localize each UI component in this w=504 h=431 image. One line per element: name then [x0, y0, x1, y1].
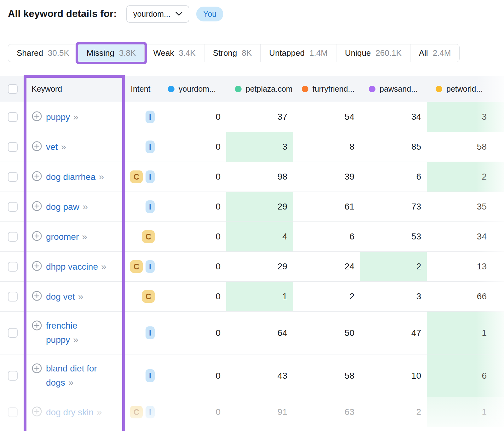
tab-strong[interactable]: Strong8K	[204, 44, 261, 62]
intent-cell: CI	[124, 397, 159, 427]
keyword-link[interactable]: dog paw»	[46, 199, 87, 214]
position-value-cell: 1	[226, 282, 293, 311]
tab-shared[interactable]: Shared30.5K	[8, 44, 78, 62]
keyword-link[interactable]: dog vet»	[46, 289, 83, 304]
add-keyword-icon[interactable]	[32, 111, 42, 123]
column-header-furryfriend[interactable]: furryfriend...	[293, 76, 360, 102]
keyword-link[interactable]: frenchie puppy»	[46, 319, 111, 347]
row-checkbox[interactable]	[8, 328, 18, 338]
tab-count: 2.4M	[433, 48, 451, 58]
keyword-cell: dog diarrhea»	[25, 162, 124, 192]
intent-cell: C	[124, 222, 159, 251]
select-all-checkbox[interactable]	[8, 84, 18, 94]
intent-badge-c: C	[130, 260, 143, 273]
intent-cell: CI	[124, 252, 159, 281]
row-checkbox[interactable]	[8, 262, 18, 272]
open-keyword-icon[interactable]: »	[83, 201, 87, 212]
row-checkbox[interactable]	[8, 142, 18, 152]
keyword-link[interactable]: groomer»	[46, 229, 87, 244]
position-value-cell: 6	[360, 162, 427, 192]
domain-selector-dropdown[interactable]: yourdom...	[126, 5, 189, 23]
domain-label: petworld...	[446, 84, 483, 94]
column-header-yourdom[interactable]: yourdom...	[159, 76, 226, 102]
row-checkbox[interactable]	[8, 112, 18, 122]
open-keyword-icon[interactable]: »	[73, 334, 78, 345]
tab-weak[interactable]: Weak3.4K	[145, 44, 204, 62]
row-checkbox[interactable]	[8, 407, 18, 417]
add-keyword-icon[interactable]	[32, 320, 42, 332]
domain-label: furryfriend...	[312, 84, 354, 94]
column-header-petplazacom[interactable]: petplaza.com	[226, 76, 293, 102]
keyword-link[interactable]: dog diarrhea»	[46, 170, 103, 184]
add-keyword-icon[interactable]	[32, 290, 42, 302]
table-row: groomer»C0465334	[0, 221, 504, 251]
row-checkbox-cell	[0, 162, 25, 192]
intent-badge-c: C	[142, 230, 155, 243]
add-keyword-icon[interactable]	[32, 201, 42, 213]
position-value-cell: 34	[427, 222, 504, 251]
table-header-row: Keyword Intent yourdom...petplaza.comfur…	[0, 76, 504, 102]
tab-label: All	[419, 48, 428, 58]
position-value-cell: 0	[159, 222, 226, 251]
keyword-cell: groomer»	[25, 222, 124, 251]
open-keyword-icon[interactable]: »	[61, 141, 66, 152]
keyword-flex: frenchie puppy»	[32, 319, 111, 347]
tab-all[interactable]: All2.4M	[410, 44, 460, 62]
keyword-link[interactable]: dog dry skin»	[46, 405, 101, 420]
position-value-cell: 13	[427, 252, 504, 281]
row-checkbox[interactable]	[8, 292, 18, 302]
add-keyword-icon[interactable]	[32, 261, 42, 273]
position-value-cell: 0	[159, 312, 226, 354]
row-checkbox[interactable]	[8, 202, 18, 212]
tab-unique[interactable]: Unique260.1K	[336, 44, 410, 62]
tab-untapped[interactable]: Untapped1.4M	[261, 44, 336, 62]
tab-count: 3.4K	[179, 48, 196, 58]
keyword-link[interactable]: vet»	[46, 140, 66, 154]
keyword-flex: dog dry skin»	[32, 405, 101, 420]
keyword-column-header[interactable]: Keyword	[25, 76, 124, 102]
open-keyword-icon[interactable]: »	[82, 231, 87, 242]
tab-bar: Shared30.5KMissing3.8KWeak3.4KStrong8KUn…	[8, 44, 460, 62]
position-value-cell: 37	[226, 102, 293, 132]
tab-label: Missing	[87, 48, 114, 58]
add-keyword-icon[interactable]	[32, 171, 42, 183]
column-header-pawsand[interactable]: pawsand...	[360, 76, 427, 102]
open-keyword-icon[interactable]: »	[73, 112, 78, 122]
domain-dot-icon	[369, 86, 375, 92]
keyword-flex: groomer»	[32, 229, 87, 244]
position-value-cell: 34	[360, 102, 427, 132]
tab-count: 8K	[242, 48, 252, 58]
open-keyword-icon[interactable]: »	[101, 261, 106, 272]
row-checkbox[interactable]	[8, 172, 18, 182]
table-row: frenchie puppy»I06450471	[0, 311, 504, 354]
row-checkbox[interactable]	[8, 371, 18, 381]
row-checkbox-cell	[0, 397, 25, 427]
tab-label: Strong	[213, 48, 237, 58]
open-keyword-icon[interactable]: »	[78, 291, 83, 302]
add-keyword-icon[interactable]	[32, 363, 42, 375]
open-keyword-icon[interactable]: »	[99, 171, 103, 182]
add-keyword-icon[interactable]	[32, 406, 42, 418]
table-row: dog paw»I029617335	[0, 192, 504, 221]
intent-badge-i: I	[146, 141, 155, 153]
keyword-flex: dog paw»	[32, 199, 87, 214]
tab-missing[interactable]: Missing3.8K	[78, 44, 145, 62]
open-keyword-icon[interactable]: »	[68, 377, 73, 388]
domain-selector-value: yourdom...	[133, 9, 170, 19]
keyword-link[interactable]: puppy»	[46, 110, 78, 124]
add-keyword-icon[interactable]	[32, 231, 42, 243]
keyword-link[interactable]: dhpp vaccine»	[46, 259, 106, 274]
keyword-link[interactable]: bland diet for dogs»	[46, 362, 111, 390]
position-value-cell: 0	[159, 282, 226, 311]
row-checkbox[interactable]	[8, 232, 18, 242]
open-keyword-icon[interactable]: »	[97, 407, 101, 417]
column-header-petworld[interactable]: petworld...	[427, 76, 504, 102]
keyword-cell: dhpp vaccine»	[25, 252, 124, 281]
add-keyword-icon[interactable]	[32, 141, 42, 153]
intent-column-header[interactable]: Intent	[124, 76, 159, 102]
row-checkbox-cell	[0, 252, 25, 281]
keyword-cell: puppy»	[25, 102, 124, 132]
chevron-down-icon	[175, 12, 182, 16]
intent-badge-c: C	[130, 406, 143, 419]
position-value-cell: 50	[293, 312, 360, 354]
